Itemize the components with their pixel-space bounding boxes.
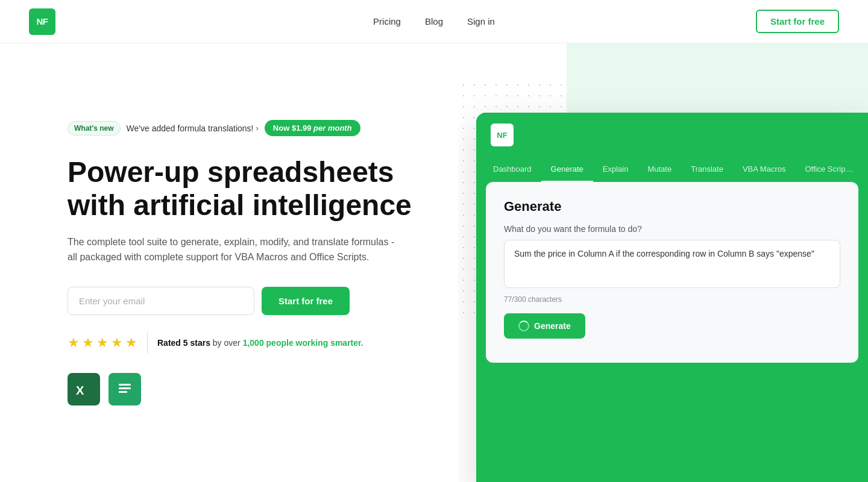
- hero-description: The complete tool suite to generate, exp…: [68, 234, 405, 265]
- price-pill: Now $1.99 per month: [265, 120, 360, 136]
- star-4: ★: [111, 335, 123, 351]
- rating-row: ★ ★ ★ ★ ★ Rated 5 stars by over 1,000 pe…: [68, 332, 422, 354]
- sheets-icon: [108, 373, 141, 405]
- nav-office-scripts[interactable]: Office Scrip…: [795, 157, 863, 182]
- announcement-text: We've added formula translations!: [127, 124, 254, 133]
- star-1: ★: [68, 335, 80, 351]
- nav-links: Pricing Blog Sign in: [373, 16, 495, 27]
- rating-label-strong: Rated 5 stars: [157, 338, 210, 348]
- generate-button-label: Generate: [534, 321, 571, 331]
- nav-blog-link[interactable]: Blog: [425, 16, 443, 27]
- hero-heading-line1: Power-up spreadsheets: [68, 156, 394, 188]
- star-3: ★: [96, 335, 108, 351]
- generate-label: What do you want the formula to do?: [504, 224, 840, 234]
- generate-button[interactable]: Generate: [504, 313, 585, 339]
- star-2: ★: [82, 335, 94, 351]
- nav-explain[interactable]: Explain: [593, 157, 638, 182]
- app-icons-row: X: [68, 373, 422, 405]
- email-input[interactable]: [68, 287, 254, 315]
- star-5: ★: [125, 335, 137, 351]
- nav-start-button[interactable]: Start for free: [756, 10, 839, 33]
- divider: [147, 332, 148, 354]
- nav-mutate[interactable]: Mutate: [638, 157, 681, 182]
- rating-link[interactable]: 1,000 people working smarter.: [243, 338, 363, 348]
- svg-rect-5: [119, 391, 127, 393]
- app-mockup-card: NF Dashboard Generate Explain Mutate Tra…: [476, 113, 868, 482]
- nav-translate[interactable]: Translate: [681, 157, 733, 182]
- generate-title: Generate: [504, 199, 840, 214]
- app-card-logo: NF: [491, 124, 514, 146]
- nav-vba-macros[interactable]: VBA Macros: [733, 157, 796, 182]
- star-rating: ★ ★ ★ ★ ★: [68, 335, 137, 351]
- whats-new-badge: What's new: [68, 121, 121, 136]
- logo-text: NF: [37, 16, 48, 27]
- hero-right: NF Dashboard Generate Explain Mutate Tra…: [458, 43, 868, 482]
- rating-suffix: by over: [213, 338, 243, 348]
- price-pill-italic: per month: [313, 124, 352, 133]
- hero-section: What's new We've added formula translati…: [0, 43, 868, 482]
- spinner-icon: [518, 321, 529, 331]
- app-content-area: Generate What do you want the formula to…: [486, 182, 858, 363]
- char-count: 77/300 characters: [504, 295, 840, 304]
- app-card-nav: Dashboard Generate Explain Mutate Transl…: [476, 157, 868, 182]
- start-button[interactable]: Start for free: [262, 287, 350, 315]
- app-card-header: NF: [476, 113, 868, 157]
- nav-generate[interactable]: Generate: [541, 157, 593, 182]
- generate-textarea[interactable]: Sum the price in Column A if the corresp…: [504, 240, 840, 288]
- nav-pricing-link[interactable]: Pricing: [373, 16, 401, 27]
- app-card-logo-text: NF: [497, 131, 507, 140]
- logo-box: NF: [29, 8, 55, 35]
- svg-text:X: X: [76, 384, 84, 397]
- announcement-link[interactable]: We've added formula translations! ›: [127, 124, 259, 133]
- navbar: NF Pricing Blog Sign in Start for free: [0, 0, 868, 43]
- chevron-right-icon: ›: [256, 124, 259, 133]
- hero-heading: Power-up spreadsheets with artificial in…: [68, 155, 422, 222]
- nav-signin-link[interactable]: Sign in: [467, 16, 495, 27]
- announcement-bar: What's new We've added formula translati…: [68, 120, 422, 136]
- svg-rect-4: [119, 387, 131, 389]
- nav-dashboard[interactable]: Dashboard: [483, 157, 541, 182]
- rating-text: Rated 5 stars by over 1,000 people worki…: [157, 338, 363, 348]
- svg-rect-3: [119, 384, 131, 386]
- email-signup-row: Start for free: [68, 287, 422, 315]
- hero-left: What's new We've added formula translati…: [0, 43, 458, 482]
- excel-icon: X: [68, 373, 100, 405]
- hero-heading-line2: with artificial intelligence: [68, 189, 412, 221]
- logo[interactable]: NF: [29, 8, 55, 35]
